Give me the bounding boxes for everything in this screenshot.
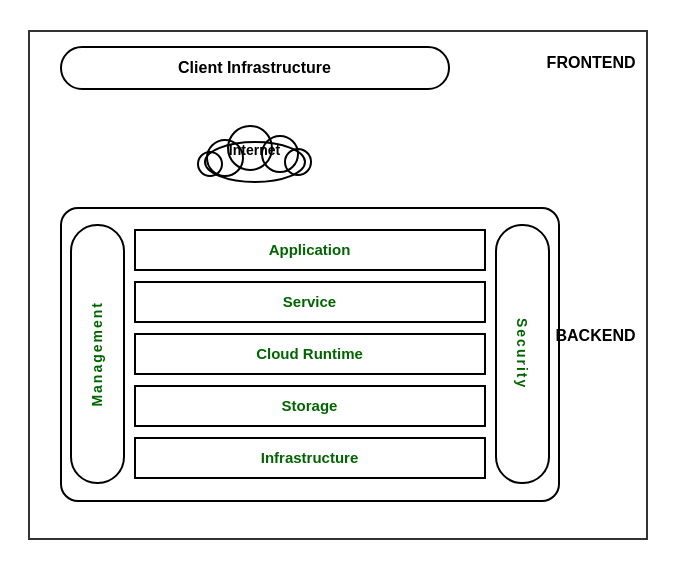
svg-point-5 [198,152,222,176]
security-label: Security [514,318,530,389]
stack-box-label: Service [283,293,336,310]
internet-cloud: Internet [180,110,330,190]
client-infrastructure-box: Client Infrastructure [60,46,450,90]
stack-box-label: Storage [282,397,338,414]
stack-box-label: Cloud Runtime [256,345,363,362]
internet-label: Internet [229,142,280,158]
stack-box: Service [134,281,486,323]
diagram-container: FRONTEND Client Infrastructure Internet … [28,30,648,540]
stack-box-label: Infrastructure [261,449,359,466]
stack-box: Storage [134,385,486,427]
stack-box-label: Application [269,241,351,258]
stack-box: Cloud Runtime [134,333,486,375]
security-cylinder: Security [495,224,550,484]
client-infrastructure-label: Client Infrastructure [178,59,331,77]
stack-area: ApplicationServiceCloud RuntimeStorageIn… [134,224,486,484]
frontend-label: FRONTEND [547,54,636,72]
management-label: Management [89,301,105,407]
backend-outer-box: Management Security ApplicationServiceCl… [60,207,560,502]
management-cylinder: Management [70,224,125,484]
stack-box: Application [134,229,486,271]
backend-label: BACKEND [556,327,636,345]
stack-box: Infrastructure [134,437,486,479]
